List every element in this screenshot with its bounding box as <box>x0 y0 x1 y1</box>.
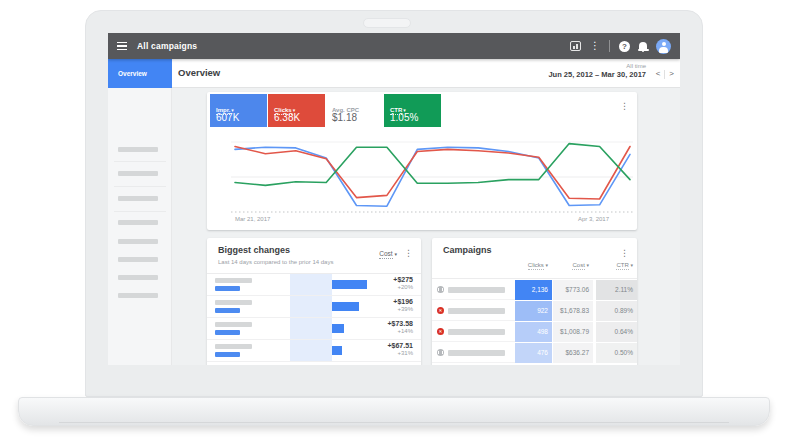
more-icon[interactable] <box>620 249 629 258</box>
sidebar-divider <box>114 186 166 187</box>
change-bar <box>332 324 344 333</box>
metric-chip-ctr[interactable]: CTR 1.05% <box>384 94 441 127</box>
campaign-status-icon <box>437 307 444 314</box>
sidebar-divider <box>114 211 166 212</box>
help-icon[interactable] <box>619 41 630 52</box>
ctr-cell: 0.50% <box>596 343 637 363</box>
clicks-cell: 476 <box>515 343 552 363</box>
google-ads-laptop-mockup: All campaigns Overview Overview All time… <box>0 0 788 443</box>
x-axis-tick-end: Apr 3, 2017 <box>578 216 609 222</box>
date-range-label: All time <box>548 63 646 69</box>
card-subtitle: Last 14 days compared to the prior 14 da… <box>218 259 333 265</box>
campaign-status-icon <box>437 328 444 335</box>
column-header-cost[interactable]: Cost <box>553 262 589 268</box>
laptop-base <box>18 397 770 426</box>
table-row[interactable]: +$196+39% <box>207 296 421 318</box>
sidebar-item-placeholder[interactable] <box>118 147 158 152</box>
metric-chips: Impr. 607K Clicks 6.38K Avg. CPC $1.18 C… <box>210 94 441 127</box>
notifications-icon[interactable] <box>639 42 647 50</box>
sidebar-item-placeholder[interactable] <box>118 239 158 244</box>
metric-selector-label: Cost <box>379 250 392 259</box>
card-title: Biggest changes <box>218 245 290 255</box>
cost-cell: $1,678.83 <box>553 301 593 321</box>
sidebar-item-placeholder[interactable] <box>118 293 158 298</box>
table-row[interactable]: 498 $1,008.79 0.64% <box>432 322 637 343</box>
campaign-name-placeholder <box>215 344 252 349</box>
change-percent: +39% <box>393 306 413 312</box>
topbar-title: All campaigns <box>137 41 197 51</box>
table-row[interactable]: +$275+20% <box>207 274 421 296</box>
metric-chip-clicks[interactable]: Clicks 6.38K <box>268 94 325 127</box>
ctr-cell: 0.89% <box>596 301 637 321</box>
sidebar-item-placeholder[interactable] <box>118 220 158 225</box>
column-header-label: Cost <box>572 262 584 270</box>
campaigns-card: Campaigns Clicks Cost CTR 2,136 $773.06 … <box>432 238 637 365</box>
table-row[interactable]: +$67.51+31% <box>207 340 421 362</box>
more-icon[interactable] <box>620 102 629 111</box>
baseline-band <box>290 296 332 317</box>
change-amount: +$73.58 <box>388 320 414 327</box>
column-header-label: CTR <box>616 262 628 270</box>
page-header: Overview All time Jun 25, 2012 – Mar 30,… <box>172 59 680 88</box>
change-percent: +31% <box>388 350 414 356</box>
campaign-name-placeholder <box>215 278 252 283</box>
sidebar <box>108 88 172 365</box>
column-header-clicks[interactable]: Clicks <box>515 262 548 268</box>
clicks-cell: 498 <box>515 322 552 342</box>
chevron-down-icon <box>545 262 548 268</box>
metric-chip-value: 6.38K <box>274 112 300 123</box>
cost-cell: $636.27 <box>553 343 593 363</box>
column-header-label: Clicks <box>528 262 544 270</box>
date-range-picker[interactable]: All time Jun 25, 2012 – Mar 30, 2017 <box>548 63 646 79</box>
campaign-name-placeholder <box>448 287 505 293</box>
table-row[interactable]: +$73.58+14% <box>207 318 421 340</box>
clicks-cell: 922 <box>515 301 552 321</box>
ctr-cell: 0.64% <box>596 322 637 342</box>
campaigns-rows: 2,136 $773.06 2.11% 922 $1,678.83 0.89% … <box>432 280 637 364</box>
divider <box>432 278 637 279</box>
topbar: All campaigns <box>108 33 680 59</box>
sidebar-item-placeholder[interactable] <box>118 196 158 201</box>
menu-icon[interactable] <box>117 42 127 50</box>
overview-chart-card: Mar 21, 2017 Apr 3, 2017 Impr. 607K Clic… <box>207 92 637 230</box>
topbar-divider <box>609 40 610 52</box>
metric-chip-impressions[interactable]: Impr. 607K <box>210 94 267 127</box>
campaign-subtext-placeholder <box>215 286 240 291</box>
change-percent: +14% <box>388 328 414 334</box>
page-title: Overview <box>178 67 220 78</box>
sidebar-item-placeholder[interactable] <box>118 171 158 176</box>
table-row[interactable]: 476 $636.27 0.50% <box>432 343 637 364</box>
chevron-right-icon[interactable] <box>669 69 674 79</box>
campaign-name-placeholder <box>215 300 252 305</box>
campaign-status-icon <box>437 286 444 293</box>
x-axis-tick-start: Mar 21, 2017 <box>235 216 270 222</box>
campaign-name-placeholder <box>448 308 505 314</box>
chevron-down-icon <box>586 262 589 268</box>
metric-chip-avg-cpc[interactable]: Avg. CPC $1.18 <box>326 94 383 127</box>
cost-cell: $1,008.79 <box>553 322 593 342</box>
laptop-camera <box>363 18 411 28</box>
campaign-subtext-placeholder <box>215 352 240 357</box>
change-amount: +$196 <box>393 298 413 305</box>
change-amount: +$275 <box>393 276 413 283</box>
metric-chip-value: 607K <box>216 112 239 123</box>
metric-selector[interactable]: Cost <box>379 250 397 257</box>
campaign-name-placeholder <box>448 329 505 335</box>
table-row[interactable]: 2,136 $773.06 2.11% <box>432 280 637 301</box>
more-icon[interactable] <box>590 41 600 51</box>
baseline-band <box>290 274 332 295</box>
change-percent: +20% <box>393 284 413 290</box>
table-row[interactable]: 922 $1,678.83 0.89% <box>432 301 637 322</box>
cost-cell: $773.06 <box>553 280 593 300</box>
reports-icon[interactable] <box>570 41 581 51</box>
chevron-down-icon <box>630 262 633 268</box>
sidebar-item-placeholder[interactable] <box>118 257 158 262</box>
avatar[interactable] <box>656 39 671 54</box>
sidebar-item-overview[interactable]: Overview <box>108 59 172 88</box>
chevron-left-icon[interactable] <box>656 69 661 79</box>
date-nav-divider <box>664 70 665 79</box>
column-header-ctr[interactable]: CTR <box>596 262 633 268</box>
change-amount: +$67.51 <box>388 342 414 349</box>
sidebar-item-placeholder[interactable] <box>118 275 158 280</box>
more-icon[interactable] <box>404 249 413 258</box>
